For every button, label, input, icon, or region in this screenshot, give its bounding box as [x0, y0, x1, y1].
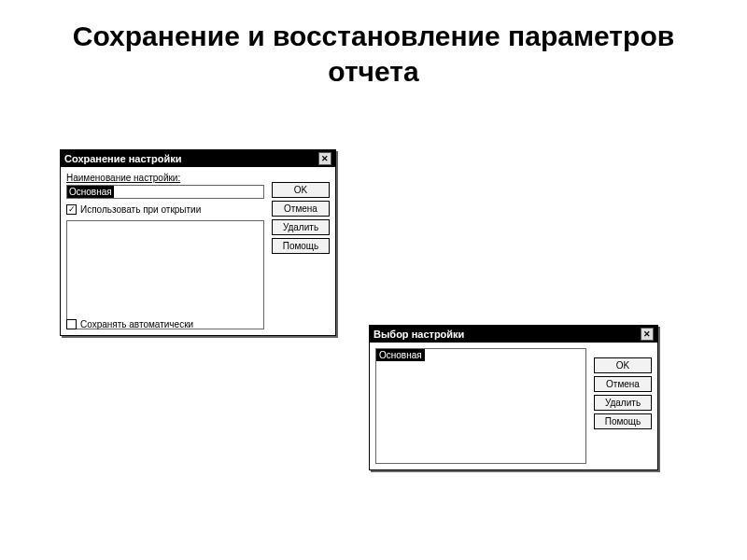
help-button[interactable]: Помощь — [272, 238, 330, 254]
page-title: Сохранение и восстановление параметров о… — [0, 0, 747, 89]
close-icon[interactable]: ✕ — [318, 152, 331, 165]
cancel-button[interactable]: Отмена — [272, 201, 330, 217]
settings-name-input[interactable]: Основная — [66, 185, 264, 199]
ok-button[interactable]: OK — [594, 357, 652, 373]
dialog-titlebar: Сохранение настройки ✕ — [61, 150, 335, 167]
save-auto-checkbox[interactable] — [66, 319, 77, 329]
pick-settings-dialog: Выбор настройки ✕ Основная OK Отмена Уда… — [369, 325, 658, 470]
save-settings-dialog: Сохранение настройки ✕ Наименование наст… — [60, 149, 336, 336]
settings-name-label: Наименование настройки: — [66, 173, 264, 183]
save-auto-label: Сохранять автоматически — [80, 319, 193, 329]
ok-button[interactable]: OK — [272, 182, 330, 198]
use-on-open-label: Использовать при открытии — [80, 204, 201, 215]
dialog-title: Выбор настройки — [374, 329, 464, 340]
delete-button[interactable]: Удалить — [272, 219, 330, 235]
list-item[interactable]: Основная — [376, 349, 425, 361]
dialog-titlebar: Выбор настройки ✕ — [370, 326, 657, 343]
settings-listbox[interactable]: Основная — [375, 348, 586, 464]
cancel-button[interactable]: Отмена — [594, 376, 652, 392]
settings-listbox[interactable] — [66, 220, 264, 329]
delete-button[interactable]: Удалить — [594, 395, 652, 411]
settings-name-value: Основная — [67, 186, 114, 198]
use-on-open-checkbox[interactable]: ✓ — [66, 204, 77, 215]
close-icon[interactable]: ✕ — [641, 328, 654, 341]
dialog-title: Сохранение настройки — [64, 153, 181, 164]
help-button[interactable]: Помощь — [594, 413, 652, 429]
